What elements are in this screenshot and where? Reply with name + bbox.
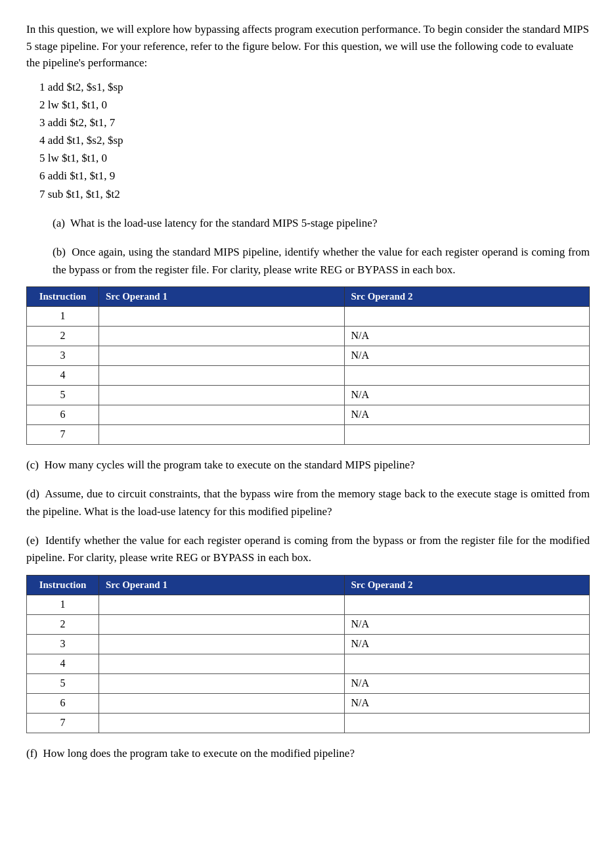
table-row: 6N/A <box>27 405 590 424</box>
part-a: (a) What is the load-use latency for the… <box>53 215 590 232</box>
op2-cell: N/A <box>344 385 590 405</box>
part-c-label: (c) <box>26 459 39 471</box>
op1-cell <box>99 306 345 326</box>
op2-cell <box>344 713 590 733</box>
table-row: 7 <box>27 424 590 444</box>
op2-cell: N/A <box>344 693 590 713</box>
instruction-cell: 3 <box>27 346 99 365</box>
instruction-cell: 5 <box>27 673 99 693</box>
op2-cell: N/A <box>344 405 590 424</box>
table-row: 1 <box>27 306 590 326</box>
table1-header-op1: Src Operand 1 <box>99 286 345 306</box>
table-row: 2N/A <box>27 614 590 634</box>
op2-cell <box>344 365 590 385</box>
op1-cell <box>99 673 345 693</box>
op1-cell <box>99 713 345 733</box>
op2-cell <box>344 306 590 326</box>
part-d: (d) Assume, due to circuit constraints, … <box>26 486 590 520</box>
part-f: (f) How long does the program take to ex… <box>26 745 590 762</box>
part-e-label: (e) <box>26 534 39 547</box>
table-row: 3N/A <box>27 346 590 365</box>
table-row: 7 <box>27 713 590 733</box>
part-c: (c) How many cycles will the program tak… <box>26 457 590 474</box>
table2-header-instruction: Instruction <box>27 575 99 595</box>
op1-cell <box>99 326 345 346</box>
instruction-cell: 4 <box>27 654 99 673</box>
instruction-cell: 4 <box>27 365 99 385</box>
instruction-cell: 2 <box>27 326 99 346</box>
table-row: 5N/A <box>27 385 590 405</box>
instruction-cell: 7 <box>27 424 99 444</box>
instruction-cell: 6 <box>27 693 99 713</box>
op2-cell: N/A <box>344 673 590 693</box>
instruction-cell: 7 <box>27 713 99 733</box>
code-line-1: 1 add $t2, $s1, $sp <box>39 78 590 96</box>
op2-cell <box>344 595 590 614</box>
part-e: (e) Identify whether the value for each … <box>26 532 590 567</box>
table-row: 5N/A <box>27 673 590 693</box>
instruction-cell: 3 <box>27 634 99 654</box>
op2-cell: N/A <box>344 346 590 365</box>
code-line-2: 2 lw $t1, $t1, 0 <box>39 96 590 114</box>
code-line-6: 6 addi $t1, $t1, 9 <box>39 167 590 185</box>
op1-cell <box>99 346 345 365</box>
part-b-text: Once again, using the standard MIPS pipe… <box>53 246 590 275</box>
table-row: 3N/A <box>27 634 590 654</box>
table-2: Instruction Src Operand 1 Src Operand 2 … <box>26 575 590 733</box>
op1-cell <box>99 614 345 634</box>
op2-cell <box>344 654 590 673</box>
op1-cell <box>99 385 345 405</box>
instruction-cell: 2 <box>27 614 99 634</box>
part-f-text: How long does the program take to execut… <box>43 747 354 760</box>
code-line-4: 4 add $t1, $s2, $sp <box>39 131 590 149</box>
table2-header-op1: Src Operand 1 <box>99 575 345 595</box>
code-line-7: 7 sub $t1, $t1, $t2 <box>39 185 590 203</box>
part-d-text: Assume, due to circuit constraints, that… <box>26 488 590 517</box>
part-e-text: Identify whether the value for each regi… <box>26 534 590 564</box>
part-b: (b) Once again, using the standard MIPS … <box>53 244 590 279</box>
op1-cell <box>99 424 345 444</box>
instruction-cell: 1 <box>27 595 99 614</box>
part-f-label: (f) <box>26 747 37 760</box>
table-1: Instruction Src Operand 1 Src Operand 2 … <box>26 286 590 445</box>
table2-header-op2: Src Operand 2 <box>344 575 590 595</box>
part-b-label: (b) <box>53 246 66 258</box>
op1-cell <box>99 405 345 424</box>
instruction-cell: 5 <box>27 385 99 405</box>
intro-paragraph: In this question, we will explore how by… <box>26 21 590 72</box>
op1-cell <box>99 634 345 654</box>
part-d-label: (d) <box>26 488 39 500</box>
code-line-3: 3 addi $t2, $t1, 7 <box>39 114 590 131</box>
op2-cell: N/A <box>344 634 590 654</box>
table1-header-op2: Src Operand 2 <box>344 286 590 306</box>
table-row: 2N/A <box>27 326 590 346</box>
op2-cell <box>344 424 590 444</box>
instruction-cell: 1 <box>27 306 99 326</box>
code-block: 1 add $t2, $s1, $sp 2 lw $t1, $t1, 0 3 a… <box>39 78 590 203</box>
instruction-cell: 6 <box>27 405 99 424</box>
part-a-label: (a) <box>53 217 65 229</box>
table-row: 1 <box>27 595 590 614</box>
table1-header-instruction: Instruction <box>27 286 99 306</box>
table-row: 6N/A <box>27 693 590 713</box>
op1-cell <box>99 693 345 713</box>
op1-cell <box>99 365 345 385</box>
table-row: 4 <box>27 365 590 385</box>
part-c-text: How many cycles will the program take to… <box>44 459 414 471</box>
code-line-5: 5 lw $t1, $t1, 0 <box>39 149 590 167</box>
op2-cell: N/A <box>344 326 590 346</box>
part-a-text: What is the load-use latency for the sta… <box>70 217 377 229</box>
op1-cell <box>99 595 345 614</box>
table-row: 4 <box>27 654 590 673</box>
op1-cell <box>99 654 345 673</box>
op2-cell: N/A <box>344 614 590 634</box>
